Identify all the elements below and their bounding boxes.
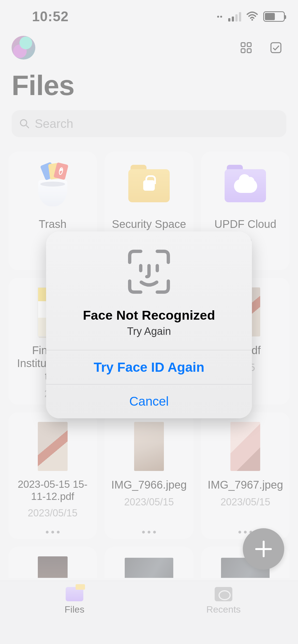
dialog-subtitle: Try Again bbox=[54, 325, 244, 337]
try-faceid-again-button[interactable]: Try Face ID Again bbox=[46, 350, 252, 384]
cancel-button[interactable]: Cancel bbox=[46, 384, 252, 418]
dialog-title: Face Not Recognized bbox=[54, 308, 244, 323]
faceid-icon bbox=[124, 247, 174, 297]
faceid-dialog: Face Not Recognized Try Again Try Face I… bbox=[46, 231, 252, 418]
